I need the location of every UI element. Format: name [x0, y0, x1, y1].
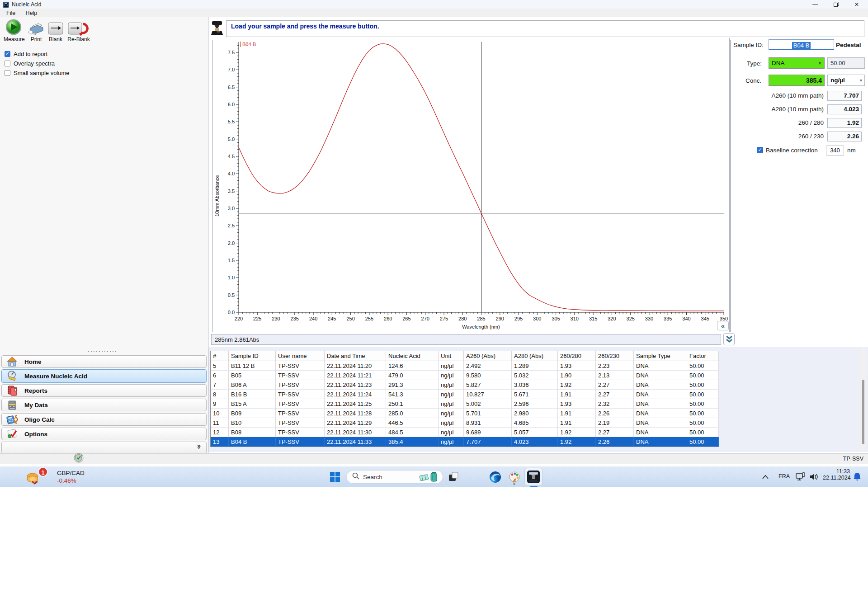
search-icon [352, 472, 359, 481]
baseline-correction-checkbox[interactable]: ✓ [757, 147, 763, 153]
table-scrollbar-thumb[interactable] [862, 380, 864, 444]
table-row[interactable]: 9B15 ATP-SSV22.11.2024 11:25250.1ng/µl5.… [211, 399, 719, 409]
baseline-correction-label: Baseline correction [766, 147, 818, 154]
language-indicator[interactable]: FRA [778, 473, 790, 480]
table-row[interactable]: 8B16 BTP-SSV22.11.2024 11:24541.3ng/µl10… [211, 390, 719, 399]
sidebar-item-options[interactable]: Options [1, 428, 207, 440]
menu-item-file[interactable]: File [2, 9, 19, 17]
trend-down-icon [32, 479, 38, 487]
window-restore-button[interactable] [828, 0, 844, 9]
table-cell: 22.11.2024 11:23 [325, 380, 386, 390]
column-header[interactable]: Sample ID [229, 351, 276, 361]
table-row[interactable]: 6B05TP-SSV22.11.2024 11:21479.0ng/µl9.58… [211, 371, 719, 380]
spectrum-plot[interactable]: 2202252302352402452502552602652702752802… [212, 40, 730, 332]
panel-splitter-handle[interactable] [88, 351, 118, 352]
table-row[interactable]: 12B08TP-SSV22.11.2024 11:30484.5ng/µl9.6… [211, 428, 719, 437]
network-icon[interactable] [795, 472, 807, 482]
reblank-button[interactable]: Re-Blank [66, 21, 91, 42]
table-cell: 50.00 [687, 428, 719, 437]
table-cell: 479.0 [386, 371, 439, 380]
column-header[interactable]: Sample Type [634, 351, 687, 361]
column-header[interactable]: 260/230 [596, 351, 634, 361]
a260-label: A260 (10 mm path) [731, 92, 824, 99]
column-header[interactable]: User name [276, 351, 325, 361]
sidebar-item-measure-nucleic-acid[interactable]: Measure Nucleic Acid [1, 369, 207, 383]
table-row[interactable]: 10B09TP-SSV22.11.2024 11:28285.0ng/µl5.7… [211, 409, 719, 418]
search-box[interactable]: Search [346, 470, 443, 484]
print-button[interactable]: Print [26, 21, 46, 42]
collapse-panel-button[interactable]: « [717, 321, 729, 330]
sidebar-item-my-data[interactable]: My Data [1, 399, 207, 411]
column-header[interactable]: 260/280 [558, 351, 596, 361]
paint-app-icon[interactable] [507, 470, 522, 484]
table-cell: 2.13 [596, 371, 634, 380]
a260-value: 7.707 [827, 91, 862, 101]
column-header[interactable]: Nucleic Acid [386, 351, 439, 361]
table-cell: TP-SSV [276, 399, 325, 409]
active-app-taskbar-button[interactable] [524, 468, 542, 486]
svg-text:235: 235 [291, 316, 299, 321]
table-cell: 5.827 [464, 380, 512, 390]
unit-select[interactable]: ng/µl ˅ [827, 75, 865, 86]
table-scrollbar[interactable] [860, 349, 866, 450]
clock[interactable]: 11:33 22.11.2024 [823, 468, 850, 481]
table-cell: ng/µl [439, 361, 464, 371]
overflow-chevron-button[interactable]: »˅ [197, 442, 201, 449]
start-button[interactable] [328, 471, 342, 483]
type-select[interactable]: DNA ▼ [769, 57, 825, 69]
table-cell: 2.26 [596, 437, 634, 447]
table-cell: 2.19 [596, 418, 634, 428]
table-cell: 5 [211, 361, 229, 371]
table-row[interactable]: 5B11 12 BTP-SSV22.11.2024 11:20124.6ng/µ… [211, 361, 719, 371]
table-row[interactable]: 7B06 ATP-SSV22.11.2024 11:23291.3ng/µl5.… [211, 380, 719, 390]
notification-bell-icon[interactable] [852, 472, 863, 482]
table-cell: 2.596 [512, 399, 558, 409]
blank-button[interactable]: Blank [46, 21, 65, 42]
search-placeholder: Search [363, 474, 382, 480]
menu-item-help[interactable]: Help [22, 9, 42, 17]
window-close-button[interactable]: ✕ [849, 0, 864, 9]
sidebar-item-oligo-calc[interactable]: Oligo Calc [1, 413, 207, 426]
table-cell: TP-SSV [276, 428, 325, 437]
checkbox-add-to-report[interactable]: Add to report [5, 51, 47, 57]
column-header[interactable]: Unit [439, 351, 464, 361]
sidebar-item-reports[interactable]: Reports [1, 384, 207, 397]
svg-text:1.5: 1.5 [228, 258, 235, 263]
expand-table-button[interactable] [723, 333, 735, 345]
tray-chevron-icon[interactable] [760, 473, 770, 481]
table-cell: 22.11.2024 11:33 [325, 437, 386, 447]
ratio-260-230-label: 260 / 230 [731, 133, 824, 140]
volume-icon[interactable] [808, 472, 819, 482]
column-header[interactable]: Factor [687, 351, 719, 361]
table-row[interactable]: 11B10TP-SSV22.11.2024 11:29446.5ng/µl8.9… [211, 418, 719, 428]
column-header[interactable]: A280 (Abs) [512, 351, 558, 361]
window-minimize-button[interactable]: — [807, 0, 823, 9]
checkbox-small-sample-volume[interactable]: Small sample volume [5, 70, 70, 76]
svg-text:4.5: 4.5 [228, 154, 235, 159]
taskbar-widget[interactable]: 1 GBP/CAD -0.46% [22, 467, 126, 486]
table-cell: 5.002 [464, 399, 512, 409]
checkbox-overlay-spectra[interactable]: Overlay spectra [5, 60, 55, 67]
table-row[interactable]: 13B04 BTP-SSV22.11.2024 11:33385.4ng/µl7… [211, 437, 719, 447]
sample-id-label: Sample ID: [733, 42, 764, 48]
measure-button[interactable]: Measure [4, 19, 24, 42]
a280-value: 4.023 [827, 104, 862, 114]
sidebar-item-home[interactable]: Home [1, 355, 207, 368]
column-header[interactable]: Date and Time [325, 351, 386, 361]
table-cell: 2.27 [596, 390, 634, 399]
svg-text:2.5: 2.5 [228, 223, 235, 228]
table-cell: 22.11.2024 11:21 [325, 371, 386, 380]
column-header[interactable]: A260 (Abs) [464, 351, 512, 361]
table-cell: 22.11.2024 11:25 [325, 399, 386, 409]
baseline-wavelength-input[interactable]: 340 [826, 146, 844, 155]
task-view-button[interactable] [447, 471, 460, 483]
svg-text:310: 310 [571, 316, 579, 321]
cursor-readout: 285nm 2.861Abs [211, 334, 721, 345]
table-cell: ng/µl [439, 380, 464, 390]
sample-id-input[interactable]: B04 B [769, 39, 834, 50]
table-cell: DNA [634, 380, 687, 390]
edge-browser-icon[interactable] [488, 471, 502, 483]
table-cell: 541.3 [386, 390, 439, 399]
chevron-down-icon: ▼ [818, 61, 822, 66]
column-header[interactable]: # [211, 351, 229, 361]
